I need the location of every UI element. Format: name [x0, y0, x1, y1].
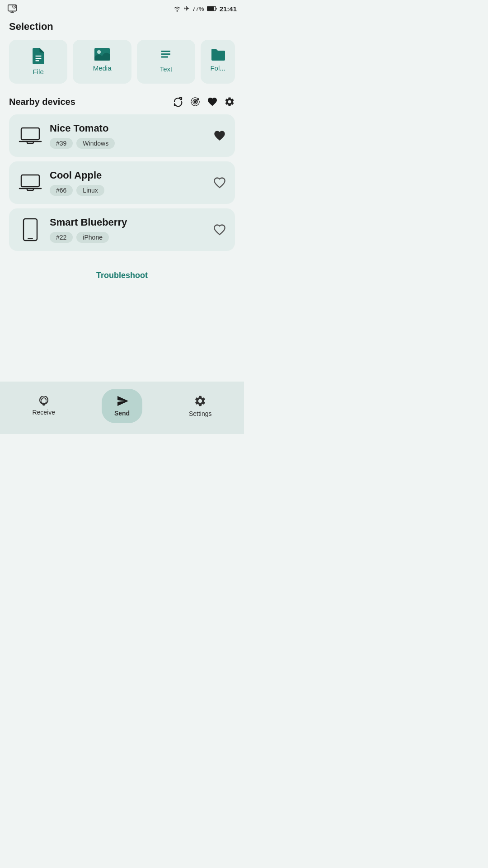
nav-receive[interactable]: Receive	[32, 396, 55, 416]
svg-marker-22	[117, 396, 128, 406]
troubleshoot-section: Troubleshoot	[9, 262, 235, 288]
receive-icon	[38, 396, 50, 406]
device-info-smart-blueberry: Smart Blueberry #22 iPhone	[50, 217, 206, 243]
selection-title: Selection	[9, 21, 235, 33]
nearby-settings-button[interactable]	[224, 96, 235, 107]
device-tags-cool-apple: #66 Linux	[50, 185, 206, 196]
device-name-nice-tomato: Nice Tomato	[50, 123, 206, 134]
folder-card-label: Fol...	[210, 64, 225, 72]
send-label: Send	[114, 410, 130, 417]
device-name-smart-blueberry: Smart Blueberry	[50, 217, 206, 228]
device-info-nice-tomato: Nice Tomato #39 Windows	[50, 123, 206, 149]
battery-icon	[207, 6, 217, 11]
screen-icon	[7, 4, 17, 14]
selection-cards-row: File Media	[9, 40, 235, 84]
selection-card-folder[interactable]: Fol...	[201, 40, 235, 84]
svg-rect-19	[23, 219, 37, 241]
favorite-heart-smart-blueberry[interactable]	[213, 223, 226, 236]
device-name-cool-apple: Cool Apple	[50, 170, 206, 181]
svg-rect-4	[216, 8, 216, 9]
text-card-label: Text	[160, 65, 173, 73]
selection-card-file[interactable]: File	[9, 40, 67, 84]
wifi-icon	[173, 5, 181, 12]
device-card-smart-blueberry[interactable]: Smart Blueberry #22 iPhone	[9, 208, 235, 251]
favorite-heart-cool-apple[interactable]	[213, 176, 226, 189]
favorite-heart-nice-tomato[interactable]	[213, 129, 226, 142]
settings-label: Settings	[189, 410, 212, 417]
selection-card-media[interactable]: Media	[73, 40, 131, 84]
svg-rect-3	[207, 7, 214, 10]
radar-button[interactable]	[190, 96, 201, 107]
device-platform-smart-blueberry: iPhone	[76, 232, 109, 243]
svg-point-16	[194, 101, 196, 103]
folder-icon	[211, 48, 225, 61]
nav-send[interactable]: Send	[102, 389, 142, 423]
device-platform-cool-apple: Linux	[76, 185, 104, 196]
status-bar: ✈ 77% 21:41	[0, 0, 244, 16]
svg-point-21	[43, 403, 45, 405]
device-list: Nice Tomato #39 Windows	[9, 114, 235, 251]
refresh-button[interactable]	[173, 96, 183, 107]
media-card-label: Media	[93, 64, 112, 72]
nearby-header: Nearby devices	[9, 96, 235, 107]
laptop-icon-nice-tomato	[18, 126, 42, 145]
phone-icon-smart-blueberry	[18, 218, 42, 241]
device-tags-nice-tomato: #39 Windows	[50, 138, 206, 149]
device-platform-nice-tomato: Windows	[76, 138, 115, 149]
device-number-nice-tomato: #39	[50, 138, 73, 149]
receive-label: Receive	[32, 409, 55, 416]
device-number-cool-apple: #66	[50, 185, 73, 196]
device-card-cool-apple[interactable]: Cool Apple #66 Linux	[9, 161, 235, 204]
airplane-icon: ✈	[184, 5, 190, 13]
text-icon	[159, 48, 173, 61]
device-card-nice-tomato[interactable]: Nice Tomato #39 Windows	[9, 114, 235, 157]
favorites-button[interactable]	[207, 96, 218, 107]
status-time: 21:41	[220, 5, 237, 13]
device-info-cool-apple: Cool Apple #66 Linux	[50, 170, 206, 196]
svg-rect-17	[21, 128, 39, 140]
nearby-actions	[173, 96, 235, 107]
svg-point-9	[97, 50, 101, 54]
troubleshoot-button[interactable]: Troubleshoot	[96, 271, 148, 280]
main-content: Selection File	[0, 16, 244, 288]
settings-icon	[194, 395, 206, 407]
selection-section: Selection File	[9, 21, 235, 84]
device-tags-smart-blueberry: #22 iPhone	[50, 232, 206, 243]
status-left	[7, 4, 17, 14]
bottom-nav: Receive Send Settings	[0, 382, 244, 434]
file-card-label: File	[33, 68, 44, 75]
media-icon	[94, 48, 110, 61]
status-right: ✈ 77% 21:41	[173, 5, 237, 13]
nav-settings[interactable]: Settings	[189, 395, 212, 417]
laptop-icon-cool-apple	[18, 173, 42, 192]
selection-card-text[interactable]: Text	[137, 40, 195, 84]
nearby-title: Nearby devices	[9, 97, 166, 107]
send-icon	[116, 395, 128, 407]
device-number-smart-blueberry: #22	[50, 232, 73, 243]
svg-rect-18	[21, 175, 39, 187]
nearby-section: Nearby devices	[9, 96, 235, 251]
battery-percentage: 77%	[192, 5, 204, 12]
file-icon	[31, 48, 46, 64]
